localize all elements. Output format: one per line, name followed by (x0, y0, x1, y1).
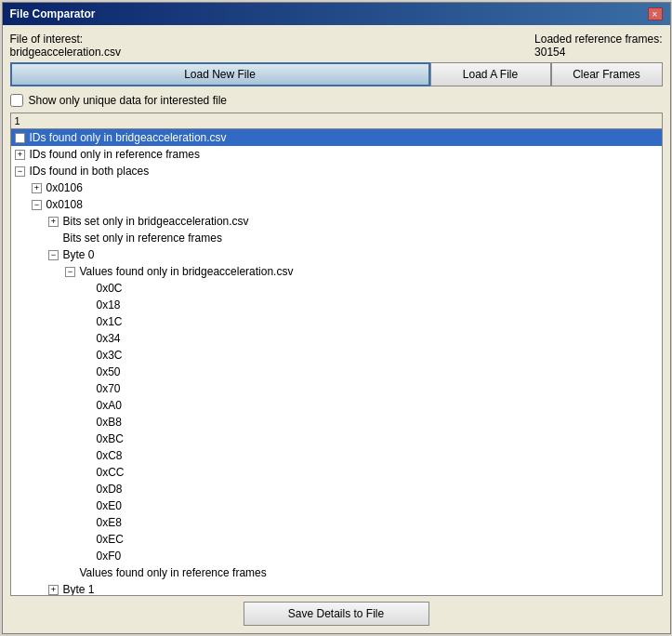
tree-item-0x50[interactable]: 0x50 (11, 364, 662, 380)
tree-item-label: 0x34 (97, 332, 121, 345)
toggle-placeholder (80, 281, 95, 296)
tree-item-label: Byte 0 (63, 248, 95, 261)
unique-data-label: Show only unique data for interested fil… (29, 94, 227, 107)
toggle-icon[interactable]: + (13, 130, 28, 145)
content-area: File of interest: bridgeacceleration.csv… (3, 25, 670, 633)
ref-value: 30154 (534, 46, 662, 59)
toggle-placeholder (46, 231, 61, 245)
toggle-placeholder (80, 314, 95, 329)
tree-item-label: 0xC8 (97, 449, 123, 462)
toggle-placeholder (80, 482, 95, 497)
meta-left: File of interest: bridgeacceleration.csv (10, 33, 121, 59)
tree-item-0x3C[interactable]: 0x3C (11, 347, 662, 364)
tree-item-label: 0xEC (97, 533, 124, 546)
toggle-placeholder (80, 498, 95, 513)
tree-item-label: 0xBC (97, 432, 124, 445)
tree-item-label: Bits set only in reference frames (63, 232, 222, 245)
tree-item-label: 0x0C (97, 282, 123, 295)
tree-item-label: 0xE0 (97, 499, 122, 512)
tree-item-label: IDs found in both places (30, 165, 150, 178)
tree-item-0xEC[interactable]: 0xEC (11, 531, 662, 548)
button-row: Load New File Load A File Clear Frames (10, 62, 663, 86)
tree-item-0x0106[interactable]: +0x0106 (11, 179, 662, 196)
toggle-placeholder (80, 298, 95, 312)
save-row: Save Details to File (10, 602, 663, 626)
toggle-icon[interactable]: − (46, 247, 61, 262)
tree-item-label: Values found only in reference frames (80, 566, 267, 579)
tree-item-0x0108[interactable]: −0x0108 (11, 196, 662, 213)
tree-item-ids-both[interactable]: −IDs found in both places (11, 163, 662, 179)
tree-item-byte0[interactable]: −Byte 0 (11, 246, 662, 263)
tree-item-0x34[interactable]: 0x34 (11, 330, 662, 347)
tree-item-label: 0x0108 (46, 198, 83, 211)
tree-item-label: 0x18 (97, 298, 121, 311)
tree-item-0xA0[interactable]: 0xA0 (11, 397, 662, 414)
toggle-placeholder (80, 398, 95, 413)
tree-item-label: 0x1C (97, 315, 123, 328)
toggle-placeholder (80, 515, 95, 530)
tree-item-label: 0xF0 (97, 550, 122, 563)
toggle-icon[interactable]: − (30, 197, 45, 212)
tree-item-0xF0[interactable]: 0xF0 (11, 548, 662, 564)
tree-item-label: 0xB8 (97, 416, 122, 429)
toggle-icon[interactable]: + (46, 214, 61, 229)
tree-item-label: 0x0106 (46, 181, 83, 194)
tree-item-vals-ref[interactable]: Values found only in reference frames (11, 564, 662, 581)
toggle-icon[interactable]: − (63, 264, 78, 279)
clear-frames-button[interactable]: Clear Frames (551, 62, 663, 86)
toggle-placeholder (80, 431, 95, 446)
load-a-button[interactable]: Load A File (430, 62, 551, 86)
tree-item-0xD8[interactable]: 0xD8 (11, 481, 662, 497)
close-button[interactable]: × (648, 7, 663, 20)
tree-item-label: 0xCC (97, 466, 125, 479)
tree-item-0xC8[interactable]: 0xC8 (11, 447, 662, 464)
toggle-placeholder (80, 415, 95, 430)
tree-item-label: 0xA0 (97, 399, 122, 412)
tree-item-label: 0xE8 (97, 516, 122, 529)
toggle-icon[interactable]: − (13, 164, 28, 179)
tree-item-label: 0x50 (97, 365, 121, 378)
toggle-placeholder (80, 532, 95, 547)
tree-item-ids-in-csv[interactable]: +IDs found only in bridgeacceleration.cs… (11, 129, 662, 146)
meta-right: Loaded reference frames: 30154 (534, 33, 662, 59)
save-button[interactable]: Save Details to File (244, 602, 429, 626)
tree-item-label: IDs found only in reference frames (30, 148, 200, 161)
tree-item-0x70[interactable]: 0x70 (11, 380, 662, 397)
window-title: File Comparator (10, 7, 96, 20)
tree-item-ids-in-ref[interactable]: +IDs found only in reference frames (11, 146, 662, 163)
toggle-placeholder (80, 364, 95, 379)
toggle-placeholder (80, 331, 95, 346)
meta-row: File of interest: bridgeacceleration.csv… (10, 33, 663, 59)
load-new-button[interactable]: Load New File (10, 62, 430, 86)
tree-item-label: Bits set only in bridgeacceleration.csv (63, 215, 249, 228)
tree-item-0xE0[interactable]: 0xE0 (11, 497, 662, 514)
tree-item-bits-ref[interactable]: Bits set only in reference frames (11, 230, 662, 246)
tree-item-0x18[interactable]: 0x18 (11, 297, 662, 313)
tree-item-0xCC[interactable]: 0xCC (11, 464, 662, 481)
tree-item-vals-csv[interactable]: −Values found only in bridgeacceleration… (11, 263, 662, 280)
toggle-icon[interactable]: + (30, 180, 45, 195)
toggle-placeholder (80, 549, 95, 563)
toggle-icon[interactable]: + (13, 147, 28, 162)
tree-header: 1 (11, 113, 662, 129)
tree-item-0xE8[interactable]: 0xE8 (11, 514, 662, 531)
toggle-icon[interactable]: + (46, 582, 61, 596)
tree-item-label: 0x3C (97, 349, 123, 362)
tree-item-0xB8[interactable]: 0xB8 (11, 414, 662, 431)
tree-container[interactable]: 1 +IDs found only in bridgeacceleration.… (10, 113, 663, 596)
tree-item-label: Values found only in bridgeacceleration.… (80, 265, 294, 278)
unique-data-checkbox[interactable] (10, 94, 23, 107)
tree-item-label: 0xD8 (97, 483, 123, 496)
tree-item-0xBC[interactable]: 0xBC (11, 431, 662, 447)
tree-item-label: Byte 1 (63, 583, 95, 596)
main-window: File Comparator × File of interest: brid… (2, 2, 671, 634)
tree-item-bits-csv[interactable]: +Bits set only in bridgeacceleration.csv (11, 213, 662, 230)
tree-item-label: IDs found only in bridgeacceleration.csv (30, 131, 227, 144)
toggle-placeholder (80, 381, 95, 396)
tree-item-0x0C[interactable]: 0x0C (11, 280, 662, 297)
title-bar: File Comparator × (3, 3, 670, 25)
tree-item-byte1[interactable]: +Byte 1 (11, 581, 662, 596)
file-label: File of interest: (10, 33, 121, 46)
ref-label: Loaded reference frames: (534, 33, 662, 46)
tree-item-0x1C[interactable]: 0x1C (11, 313, 662, 330)
